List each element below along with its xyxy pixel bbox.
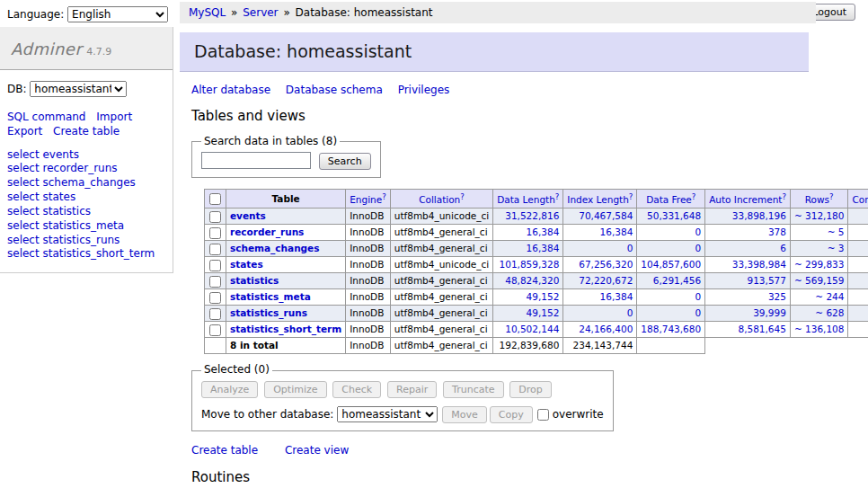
- table-name-link[interactable]: statistics: [42, 205, 91, 217]
- rows-link[interactable]: ~ 136,108: [794, 324, 845, 334]
- optimize-button[interactable]: Optimize: [264, 381, 326, 398]
- analyze-button[interactable]: Analyze: [201, 381, 258, 398]
- table-name-link[interactable]: events: [42, 148, 78, 161]
- database-schema-link[interactable]: Database schema: [286, 84, 383, 96]
- row-checkbox[interactable]: [209, 260, 221, 271]
- search-input[interactable]: [201, 152, 311, 169]
- table-name-link[interactable]: statistics_short_term: [42, 247, 155, 260]
- data-free-link[interactable]: 50,331,648: [647, 210, 701, 221]
- data-length-link[interactable]: 16,384: [527, 226, 560, 237]
- create-view-link[interactable]: Create view: [285, 444, 349, 457]
- row-checkbox[interactable]: [209, 308, 221, 320]
- auto-increment-link[interactable]: 39,999: [753, 307, 786, 318]
- table-name-link[interactable]: recorder_runs: [42, 162, 117, 174]
- auto-increment-link[interactable]: 378: [768, 226, 786, 237]
- data-length-header-link[interactable]: Data Length?: [497, 194, 559, 205]
- data-length-link[interactable]: 101,859,328: [500, 259, 560, 270]
- row-checkbox[interactable]: [209, 324, 221, 336]
- sidebar-link-export[interactable]: Export: [7, 125, 42, 138]
- db-select[interactable]: homeassistant: [30, 81, 127, 97]
- select-link[interactable]: select: [7, 191, 40, 203]
- breadcrumb-mysql-link[interactable]: MySQL: [189, 6, 226, 19]
- comment-header-link[interactable]: Comment?: [852, 194, 868, 205]
- table-name-link[interactable]: statistics_runs: [42, 234, 120, 246]
- data-length-link[interactable]: 31,522,816: [505, 210, 559, 221]
- index-length-link[interactable]: 0: [627, 243, 633, 253]
- table-link[interactable]: recorder_runs: [230, 226, 304, 237]
- index-length-header-link[interactable]: Index Length?: [567, 194, 633, 205]
- index-length-link[interactable]: 72,220,672: [579, 275, 633, 286]
- language-select[interactable]: English: [67, 6, 168, 22]
- move-db-select[interactable]: homeassistant: [337, 406, 438, 422]
- row-checkbox[interactable]: [209, 244, 221, 255]
- select-link[interactable]: select: [7, 176, 40, 189]
- check-button[interactable]: Check: [332, 381, 381, 398]
- auto-increment-header-link[interactable]: Auto Increment?: [709, 194, 786, 205]
- breadcrumb-server-link[interactable]: Server: [243, 6, 278, 19]
- data-length-link[interactable]: 16,384: [527, 243, 560, 253]
- truncate-button[interactable]: Truncate: [443, 381, 503, 398]
- data-free-link[interactable]: 6,291,456: [653, 275, 701, 286]
- rows-link[interactable]: ~ 5: [828, 226, 845, 237]
- row-checkbox[interactable]: [209, 211, 221, 223]
- index-length-link[interactable]: 16,384: [600, 291, 633, 302]
- select-all-checkbox[interactable]: [209, 193, 221, 205]
- index-length-link[interactable]: 67,256,320: [579, 259, 633, 270]
- table-link[interactable]: statistics_short_term: [230, 324, 341, 334]
- index-length-link[interactable]: 24,166,400: [579, 324, 633, 334]
- create-table-link[interactable]: Create table: [191, 444, 258, 457]
- auto-increment-link[interactable]: 913,577: [748, 275, 786, 286]
- data-free-link[interactable]: 0: [695, 307, 701, 318]
- table-link[interactable]: events: [230, 210, 266, 221]
- index-length-link[interactable]: 70,467,584: [579, 210, 633, 221]
- select-link[interactable]: select: [7, 219, 40, 232]
- select-link[interactable]: select: [7, 148, 40, 161]
- alter-database-link[interactable]: Alter database: [191, 84, 270, 96]
- auto-increment-link[interactable]: 6: [780, 243, 786, 253]
- select-link[interactable]: select: [7, 205, 40, 217]
- move-button[interactable]: Move: [442, 406, 487, 423]
- auto-increment-link[interactable]: 33,398,984: [732, 259, 786, 270]
- data-free-link[interactable]: 104,857,600: [641, 259, 701, 270]
- copy-button[interactable]: Copy: [490, 406, 533, 423]
- overwrite-checkbox[interactable]: [537, 409, 549, 421]
- auto-increment-link[interactable]: 325: [768, 291, 786, 302]
- index-length-link[interactable]: 16,384: [600, 226, 633, 237]
- select-link[interactable]: select: [7, 162, 40, 174]
- data-length-link[interactable]: 49,152: [527, 291, 560, 302]
- rows-link[interactable]: ~ 569,159: [794, 275, 845, 286]
- collation-header-link[interactable]: Collation?: [419, 194, 465, 205]
- rows-header-link[interactable]: Rows?: [805, 194, 834, 205]
- table-name-link[interactable]: states: [42, 191, 75, 203]
- auto-increment-link[interactable]: 33,898,196: [732, 210, 786, 221]
- data-length-link[interactable]: 48,824,320: [505, 275, 559, 286]
- rows-link[interactable]: ~ 299,833: [794, 259, 845, 270]
- data-free-link[interactable]: 0: [695, 291, 701, 302]
- data-free-header-link[interactable]: Data Free?: [646, 194, 695, 205]
- engine-header-link[interactable]: Engine?: [350, 194, 386, 205]
- data-free-link[interactable]: 0: [695, 226, 701, 237]
- table-link[interactable]: statistics_runs: [230, 307, 307, 318]
- drop-button[interactable]: Drop: [509, 381, 551, 398]
- rows-link[interactable]: ~ 312,180: [794, 210, 845, 221]
- repair-button[interactable]: Repair: [387, 381, 437, 398]
- select-link[interactable]: select: [7, 234, 40, 246]
- table-name-link[interactable]: statistics_meta: [42, 219, 124, 232]
- data-free-link[interactable]: 188,743,680: [641, 324, 701, 334]
- data-free-link[interactable]: 0: [695, 243, 701, 253]
- select-link[interactable]: select: [7, 247, 40, 260]
- search-button[interactable]: Search: [319, 153, 371, 170]
- row-checkbox[interactable]: [209, 292, 221, 304]
- table-name-link[interactable]: schema_changes: [42, 176, 135, 189]
- index-length-link[interactable]: 0: [627, 307, 633, 318]
- rows-link[interactable]: ~ 628: [815, 307, 844, 318]
- sidebar-link-sql-command[interactable]: SQL command: [7, 111, 85, 123]
- row-checkbox[interactable]: [209, 227, 221, 239]
- overwrite-label[interactable]: overwrite: [553, 408, 604, 421]
- table-link[interactable]: statistics: [230, 275, 279, 286]
- privileges-link[interactable]: Privileges: [398, 84, 450, 96]
- table-link[interactable]: schema_changes: [230, 243, 320, 253]
- auto-increment-link[interactable]: 8,581,645: [738, 324, 785, 334]
- sidebar-link-import[interactable]: Import: [96, 111, 132, 123]
- sidebar-link-create-table[interactable]: Create table: [53, 125, 120, 138]
